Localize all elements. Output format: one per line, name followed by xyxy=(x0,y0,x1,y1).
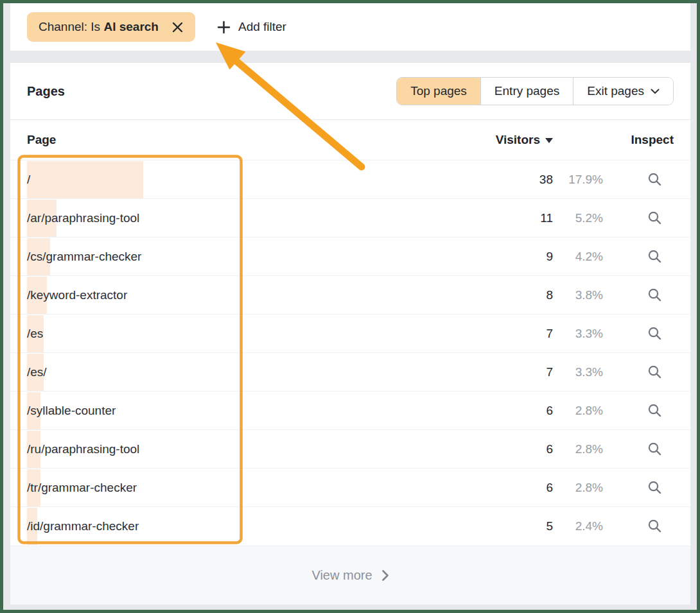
visitors-cell: 9 xyxy=(546,250,553,264)
percent-cell: 2.8% xyxy=(553,442,603,456)
percent-cell: 17.9% xyxy=(553,173,603,187)
tab-top-pages[interactable]: Top pages xyxy=(397,78,480,105)
tab-exit-pages[interactable]: Exit pages xyxy=(573,78,673,105)
table-footer: View more xyxy=(10,546,690,605)
inspect-cell xyxy=(603,249,674,264)
column-header-visitors[interactable]: Visitors xyxy=(496,133,553,147)
page-cell: /ar/paraphrasing-tool xyxy=(27,211,540,225)
percent-cell: 2.4% xyxy=(553,519,603,533)
inspect-button[interactable] xyxy=(647,442,662,456)
inspect-button[interactable] xyxy=(647,288,662,302)
percent-cell: 5.2% xyxy=(553,211,603,225)
column-header-inspect: Inspect xyxy=(603,133,674,147)
inspect-button[interactable] xyxy=(647,172,662,187)
visitors-cell: 6 xyxy=(546,404,553,418)
filter-bar: Channel: Is AI search Add filter xyxy=(10,3,690,51)
inspect-button[interactable] xyxy=(647,480,662,495)
inspect-button[interactable] xyxy=(647,211,662,225)
inspect-button[interactable] xyxy=(647,403,662,418)
percent-cell: 3.8% xyxy=(553,288,603,302)
page-cell: /cs/grammar-checker xyxy=(27,250,546,264)
inspect-cell xyxy=(603,365,674,379)
add-filter-button[interactable]: Add filter xyxy=(217,20,286,34)
page-cell: /ru/paraphrasing-tool xyxy=(27,442,546,456)
inspect-cell xyxy=(603,326,674,341)
visitors-cell: 7 xyxy=(546,365,553,379)
visitors-cell: 8 xyxy=(546,288,553,302)
column-header-page: Page xyxy=(27,133,496,147)
channel-filter-chip[interactable]: Channel: Is AI search xyxy=(27,12,195,42)
inspect-cell xyxy=(603,211,674,225)
tab-entry-pages[interactable]: Entry pages xyxy=(480,78,573,105)
page-cell: /id/grammar-checker xyxy=(27,519,546,533)
inspect-cell xyxy=(603,442,674,456)
page-cell: /es/ xyxy=(27,365,546,379)
table-body: / 38 17.9% /ar/paraphrasing-tool 11 5.2% xyxy=(10,160,690,545)
filter-chip-value: AI search xyxy=(103,20,159,33)
percent-cell: 4.2% xyxy=(553,250,603,264)
table-row: /es 7 3.3% xyxy=(10,314,690,352)
magnifier-icon xyxy=(647,403,662,418)
table-row: / 38 17.9% xyxy=(10,160,690,198)
inspect-cell xyxy=(603,172,674,187)
remove-filter-button[interactable] xyxy=(171,21,184,33)
table-row: /es/ 7 3.3% xyxy=(10,352,690,391)
magnifier-icon xyxy=(647,172,662,187)
magnifier-icon xyxy=(647,480,662,495)
inspect-cell xyxy=(603,519,674,533)
magnifier-icon xyxy=(647,365,662,379)
visitors-cell: 7 xyxy=(546,327,553,341)
magnifier-icon xyxy=(647,249,662,264)
pages-tabs-group: Top pages Entry pages Exit pages xyxy=(396,77,674,105)
table-header: Page Visitors Inspect xyxy=(10,120,690,160)
pages-card: Pages Top pages Entry pages Exit pages P… xyxy=(10,63,690,605)
magnifier-icon xyxy=(647,442,662,456)
visitors-cell: 6 xyxy=(546,442,553,456)
inspect-cell xyxy=(603,480,674,495)
filter-chip-label: Channel: Is AI search xyxy=(39,20,159,34)
page-cell: /tr/grammar-checker xyxy=(27,481,546,495)
magnifier-icon xyxy=(647,288,662,302)
chevron-down-icon xyxy=(651,89,660,94)
percent-cell: 3.3% xyxy=(553,365,603,379)
percent-cell: 2.8% xyxy=(553,404,603,418)
page-cell: / xyxy=(27,173,539,187)
magnifier-icon xyxy=(647,326,662,341)
add-filter-label: Add filter xyxy=(238,20,286,34)
page-title: Pages xyxy=(27,84,65,99)
sort-desc-icon xyxy=(545,138,553,143)
plus-icon xyxy=(217,21,231,34)
percent-cell: 3.3% xyxy=(553,327,603,341)
view-more-label: View more xyxy=(311,568,372,583)
table-row: /keyword-extractor 8 3.8% xyxy=(10,275,690,314)
table-row: /syllable-counter 6 2.8% xyxy=(10,391,690,429)
inspect-button[interactable] xyxy=(647,326,662,341)
visitors-cell: 11 xyxy=(540,211,553,225)
view-more-button[interactable]: View more xyxy=(311,568,389,583)
chevron-right-icon xyxy=(381,569,389,582)
inspect-button[interactable] xyxy=(647,249,662,264)
close-icon xyxy=(171,21,184,33)
table-row: /ru/paraphrasing-tool 6 2.8% xyxy=(10,429,690,468)
magnifier-icon xyxy=(647,519,662,533)
inspect-button[interactable] xyxy=(647,519,662,533)
table-row: /cs/grammar-checker 9 4.2% xyxy=(10,237,690,275)
inspect-button[interactable] xyxy=(647,365,662,379)
magnifier-icon xyxy=(647,211,662,225)
table-row: /ar/paraphrasing-tool 11 5.2% xyxy=(10,198,690,237)
page-cell: /es xyxy=(27,327,546,341)
visitors-cell: 5 xyxy=(546,519,553,533)
visitors-cell: 6 xyxy=(546,481,553,495)
page-cell: /keyword-extractor xyxy=(27,288,546,302)
table-row: /tr/grammar-checker 6 2.8% xyxy=(10,468,690,506)
inspect-cell xyxy=(603,288,674,302)
percent-cell: 2.8% xyxy=(553,481,603,495)
pages-card-header: Pages Top pages Entry pages Exit pages xyxy=(10,63,690,120)
inspect-cell xyxy=(603,403,674,418)
visitors-cell: 38 xyxy=(539,173,553,187)
table-row: /id/grammar-checker 5 2.4% xyxy=(10,506,690,545)
page-cell: /syllable-counter xyxy=(27,404,546,418)
